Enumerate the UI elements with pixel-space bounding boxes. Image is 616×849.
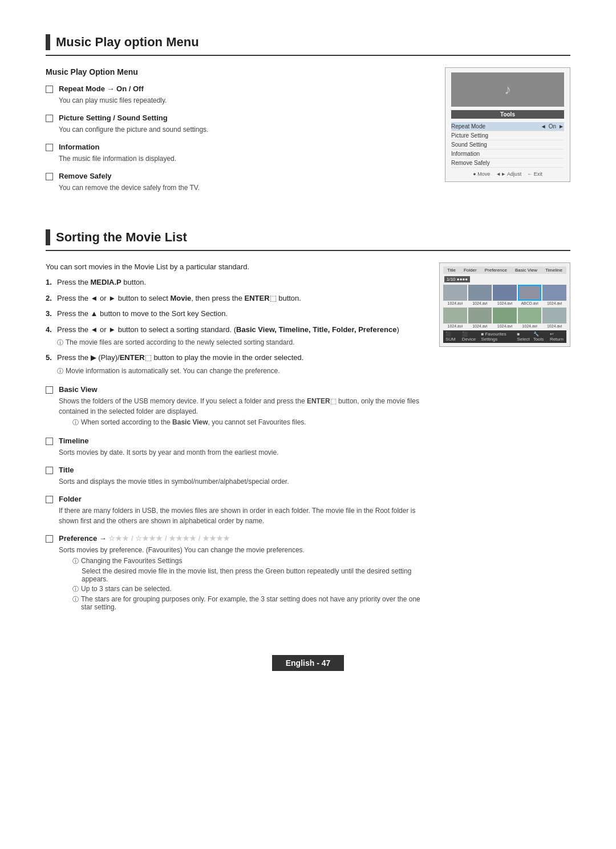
music-content: Music Play Option Menu Repeat Mode → On … bbox=[46, 67, 570, 201]
footer-badge: English - 47 bbox=[272, 655, 345, 671]
checkbox-content: Picture Setting / Sound Setting You can … bbox=[59, 114, 208, 135]
music-note-icon: ♪ bbox=[504, 82, 511, 98]
cb-desc-remove: You can remove the device safely from th… bbox=[59, 183, 200, 193]
checkbox-box bbox=[46, 467, 53, 474]
section-title-bar bbox=[46, 34, 50, 50]
tools-title: Tools bbox=[451, 110, 564, 119]
mp-thumb-8: 1024.avi bbox=[493, 308, 517, 328]
cb-title-title: Title bbox=[59, 466, 289, 474]
checkbox-box bbox=[46, 496, 53, 503]
music-sub-heading: Music Play Option Menu bbox=[46, 67, 428, 76]
cb-title-basic: Basic View bbox=[59, 385, 422, 394]
checkbox-remove-safely: Remove Safely You can remove the device … bbox=[46, 172, 428, 193]
checkbox-folder: Folder If there are many folders in USB,… bbox=[46, 495, 422, 526]
checkbox-box bbox=[46, 535, 53, 543]
checkbox-content: Timeline Sorts movies by date. It sorts … bbox=[59, 436, 279, 458]
step5-note: ⓘ Movie information is automatically set… bbox=[57, 366, 422, 376]
mp-footer: ⬛ SUM ⬛ Device ■ Favourites Settings ■ S… bbox=[443, 330, 566, 343]
checkbox-box bbox=[46, 115, 53, 122]
step-1: 1. Press the MEDIA.P button. bbox=[46, 277, 422, 288]
cb-desc-folder: If there are many folders in USB, the mo… bbox=[59, 506, 422, 526]
cb-title-preference: Preference → ☆★★ / ☆★★★ / ★★★★ / ★★★★ bbox=[59, 534, 422, 543]
checkbox-content: Information The music file information i… bbox=[59, 143, 176, 164]
tools-row-picture: Picture Setting bbox=[451, 131, 564, 140]
preference-note1-detail: Select the desired movie file in the mov… bbox=[59, 567, 422, 583]
mp-thumbs-row1: 1024.avi 1024.avi 1024.avi ABCD.avi bbox=[443, 285, 566, 305]
tools-row-sound: Sound Setting bbox=[451, 140, 564, 149]
checkbox-box bbox=[46, 86, 53, 93]
mp-thumb-7: 1024.avi bbox=[468, 308, 492, 328]
sorting-left: You can sort movies in the Movie List by… bbox=[46, 262, 422, 621]
checkbox-box bbox=[46, 386, 53, 394]
cb-desc-picture: You can configure the picture and sound … bbox=[59, 124, 208, 135]
mp-thumb-3: 1024.avi bbox=[493, 285, 517, 305]
step-3: 3. Press the ▲ button to move to the Sor… bbox=[46, 308, 422, 320]
checkbox-repeat-mode: Repeat Mode → On / Off You can play musi… bbox=[46, 84, 428, 106]
checkbox-picture-sound: Picture Setting / Sound Setting You can … bbox=[46, 114, 428, 135]
sorting-content: You can sort movies in the Movie List by… bbox=[46, 262, 570, 621]
cb-title-timeline: Timeline bbox=[59, 436, 279, 445]
cb-desc-repeat: You can play music files repeatedly. bbox=[59, 95, 167, 106]
tools-footer: ● Move ◄► Adjust ← Exit bbox=[451, 171, 564, 177]
cb-title-picture: Picture Setting / Sound Setting bbox=[59, 114, 208, 122]
checkbox-content: Folder If there are many folders in USB,… bbox=[59, 495, 422, 526]
cb-title-repeat: Repeat Mode → On / Off bbox=[59, 84, 167, 93]
movie-panel-container: Title Folder Preference Basic View Timel… bbox=[439, 262, 570, 621]
checkbox-content: Preference → ☆★★ / ☆★★★ / ★★★★ / ★★★★ So… bbox=[59, 534, 422, 613]
checkbox-box bbox=[46, 438, 53, 445]
checkbox-title: Title Sorts and displays the movie title… bbox=[46, 466, 422, 487]
page-footer: English - 47 bbox=[46, 649, 570, 671]
tools-nav: ◄ On ► bbox=[541, 123, 564, 130]
checkbox-content: Remove Safely You can remove the device … bbox=[59, 172, 200, 193]
step-5: 5. Press the ▶ (Play)/ENTER⬚ button to p… bbox=[46, 352, 422, 376]
checkbox-content: Basic View Shows the folders of the USB … bbox=[59, 385, 422, 428]
checkbox-content: Repeat Mode → On / Off You can play musi… bbox=[59, 84, 167, 106]
cb-desc-info: The music file information is displayed. bbox=[59, 153, 176, 164]
mp-thumb-4: ABCD.avi bbox=[518, 285, 542, 305]
step4-note: ⓘ The movie files are sorted according t… bbox=[57, 337, 422, 347]
mp-thumb-5: 1024.avi bbox=[542, 285, 566, 305]
checkbox-basic-view: Basic View Shows the folders of the USB … bbox=[46, 385, 422, 428]
mp-thumb-6: 1024.avi bbox=[443, 308, 467, 328]
music-left: Music Play Option Menu Repeat Mode → On … bbox=[46, 67, 428, 201]
tools-bg: ♪ bbox=[451, 72, 564, 107]
checkbox-content: Title Sorts and displays the movie title… bbox=[59, 466, 289, 487]
tools-panel: ♪ Tools Repeat Mode ◄ On ► Picture Setti… bbox=[445, 67, 570, 182]
preference-note1: ⓘ Changing the Favourites Settings bbox=[59, 557, 422, 565]
section-sorting: Sorting the Movie List You can sort movi… bbox=[46, 229, 570, 621]
checkbox-timeline: Timeline Sorts movies by date. It sorts … bbox=[46, 436, 422, 458]
step-4: 4. Press the ◄ or ► button to select a s… bbox=[46, 324, 422, 348]
cb-title-info: Information bbox=[59, 143, 176, 151]
mp-thumbs-row2: 1024.avi 1024.avi 1024.avi 1024.avi bbox=[443, 308, 566, 328]
sorting-intro: You can sort movies in the Movie List by… bbox=[46, 262, 422, 271]
cb-title-folder: Folder bbox=[59, 495, 422, 503]
section-title-sorting: Sorting the Movie List bbox=[46, 229, 570, 251]
section-title-bar2 bbox=[46, 229, 50, 245]
section-title-music: Music Play option Menu bbox=[46, 34, 570, 56]
steps-list: 1. Press the MEDIA.P button. 2. Press th… bbox=[46, 277, 422, 376]
cb-desc-timeline: Sorts movies by date. It sorts by year a… bbox=[59, 447, 279, 458]
mp-tabs: 1/10 ●●●● bbox=[443, 276, 566, 282]
mp-thumb-9: 1024.avi bbox=[518, 308, 542, 328]
preference-note2: ⓘ Up to 3 stars can be selected. bbox=[59, 585, 422, 593]
checkbox-information: Information The music file information i… bbox=[46, 143, 428, 164]
cb-title-remove: Remove Safely bbox=[59, 172, 200, 180]
mp-header: Title Folder Preference Basic View Timel… bbox=[443, 266, 566, 274]
tools-row-remove: Remove Safely bbox=[451, 159, 564, 168]
cb-desc-title: Sorts and displays the movie titles in s… bbox=[59, 476, 289, 487]
movie-panel: Title Folder Preference Basic View Timel… bbox=[439, 262, 570, 347]
cb-desc-preference: Sorts movies by preference. (Favourites)… bbox=[59, 545, 422, 555]
section-music: Music Play option Menu Music Play Option… bbox=[46, 34, 570, 201]
mp-thumb-10: 1024.avi bbox=[542, 308, 566, 328]
checkbox-box bbox=[46, 144, 53, 151]
cb-desc-basic: Shows the folders of the USB memory devi… bbox=[59, 396, 422, 417]
preference-note3: ⓘ The stars are for grouping purposes on… bbox=[59, 595, 422, 611]
mp-thumb-2: 1024.avi bbox=[468, 285, 492, 305]
mp-thumb-1: 1024.avi bbox=[443, 285, 467, 305]
tools-panel-container: ♪ Tools Repeat Mode ◄ On ► Picture Setti… bbox=[445, 67, 570, 201]
tools-row-info: Information bbox=[451, 149, 564, 159]
step-2: 2. Press the ◄ or ► button to select Mov… bbox=[46, 293, 422, 304]
basic-note: ⓘ When sorted according to the Basic Vie… bbox=[59, 418, 422, 427]
checkbox-box bbox=[46, 173, 53, 180]
tools-row-repeat: Repeat Mode ◄ On ► bbox=[451, 122, 564, 131]
